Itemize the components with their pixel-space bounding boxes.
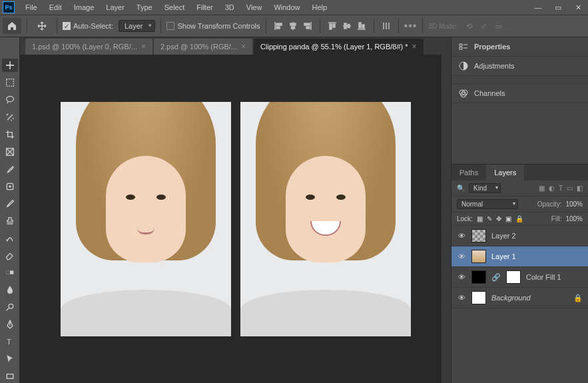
lock-artboard-icon[interactable]: ▣ (505, 215, 511, 222)
filter-smart-icon[interactable]: ◧ (577, 185, 583, 192)
menu-help[interactable]: Help (307, 1, 333, 13)
3d-orbit-icon[interactable]: ⟲ (463, 19, 476, 33)
marquee-tool[interactable] (2, 76, 18, 89)
layer-thumbnail (471, 250, 486, 263)
canvas[interactable] (20, 55, 451, 383)
show-transform-checkbox[interactable]: Show Transform Controls (166, 22, 260, 30)
paths-tab[interactable]: Paths (451, 165, 486, 181)
menu-3d[interactable]: 3D (220, 1, 240, 13)
path-selection-tool[interactable] (2, 352, 18, 366)
stamp-tool[interactable] (2, 214, 18, 228)
filter-type-icon[interactable]: T (559, 185, 563, 192)
visibility-toggle[interactable]: 👁 (457, 232, 466, 240)
pen-tool[interactable] (2, 318, 18, 331)
rectangle-tool[interactable] (2, 370, 18, 383)
brush-tool[interactable] (2, 197, 18, 210)
3d-pan-icon[interactable]: ⤢ (477, 19, 491, 33)
close-icon[interactable]: × (141, 42, 146, 51)
layer-row[interactable]: 👁 Layer 2 (451, 226, 588, 246)
move-tool-indicator[interactable] (33, 18, 51, 34)
align-center-v-icon[interactable] (340, 19, 354, 33)
svg-rect-4 (290, 23, 296, 25)
align-right-icon[interactable] (301, 19, 314, 33)
3d-mode-tools: ⟲ ⤢ ▭ (463, 19, 505, 33)
opacity-value[interactable]: 100% (565, 200, 583, 208)
svg-rect-1 (276, 23, 282, 25)
lock-brush-icon[interactable]: ✎ (487, 215, 492, 222)
layers-tab[interactable]: Layers (486, 165, 524, 181)
canvas-image-right (240, 102, 411, 336)
healing-brush-tool[interactable] (2, 180, 18, 193)
close-icon[interactable]: × (412, 42, 417, 51)
blend-opacity-row: Normal Opacity: 100% (451, 196, 588, 212)
channels-panel-tab[interactable]: Channels (451, 84, 588, 103)
menu-image[interactable]: Image (69, 1, 100, 13)
home-button[interactable] (3, 18, 21, 34)
lock-all-icon[interactable]: 🔒 (515, 215, 523, 222)
lasso-tool[interactable] (2, 93, 18, 107)
maximize-button[interactable]: ▭ (548, 0, 568, 15)
menu-type[interactable]: Type (131, 1, 158, 13)
more-options-icon[interactable]: ••• (404, 20, 418, 32)
align-top-icon[interactable] (326, 19, 339, 33)
close-icon[interactable]: × (241, 42, 246, 51)
minimize-button[interactable]: ― (528, 0, 548, 15)
align-horizontal-group (272, 19, 314, 33)
menu-select[interactable]: Select (159, 1, 190, 13)
align-left-icon[interactable] (272, 19, 285, 33)
svg-rect-14 (348, 25, 350, 28)
adjustments-panel-tab[interactable]: Adjustments (451, 57, 588, 76)
lock-transparent-icon[interactable]: ▦ (477, 215, 483, 222)
document-tab[interactable]: 2.psd @ 100% (RGB/...× (154, 39, 252, 55)
menu-window[interactable]: Window (268, 1, 305, 13)
blend-mode-dropdown[interactable]: Normal (457, 199, 518, 209)
visibility-toggle[interactable]: 👁 (457, 294, 466, 302)
auto-select-target-dropdown[interactable]: Layer (119, 20, 156, 32)
document-tab[interactable]: Clipping panda @ 55.1% (Layer 1, RGB/8#)… (254, 39, 424, 55)
menu-view[interactable]: View (241, 1, 268, 13)
kind-filter-dropdown[interactable]: Kind (469, 183, 501, 193)
crop-tool[interactable] (2, 128, 18, 141)
frame-tool[interactable] (2, 145, 18, 159)
blur-tool[interactable] (2, 283, 18, 296)
menu-filter[interactable]: Filter (191, 1, 218, 13)
menu-layer[interactable]: Layer (101, 1, 130, 13)
svg-rect-21 (6, 79, 13, 87)
layer-name: Background (491, 294, 531, 302)
menu-file[interactable]: File (20, 1, 43, 13)
svg-rect-26 (6, 271, 9, 274)
properties-panel-tab[interactable]: Properties (451, 37, 588, 57)
auto-select-checkbox[interactable]: ✓ Auto-Select: (63, 22, 113, 30)
lock-position-icon[interactable]: ✥ (496, 215, 501, 222)
gradient-tool[interactable] (2, 266, 18, 279)
divider (398, 19, 399, 33)
svg-rect-29 (7, 374, 13, 379)
dodge-tool[interactable] (2, 300, 18, 314)
visibility-toggle[interactable]: 👁 (457, 273, 466, 281)
svg-rect-30 (459, 44, 462, 46)
fill-value[interactable]: 100% (565, 215, 583, 222)
magic-wand-tool[interactable] (2, 111, 18, 124)
visibility-toggle[interactable]: 👁 (457, 252, 466, 260)
filter-adjustment-icon[interactable]: ◐ (549, 185, 555, 192)
document-tabs: 1.psd @ 100% (Layer 0, RGB/...× 2.psd @ … (20, 37, 451, 55)
align-center-h-icon[interactable] (286, 19, 300, 33)
eyedropper-tool[interactable] (2, 163, 18, 176)
layer-row[interactable]: 👁 Layer 1 (451, 246, 588, 267)
layer-row[interactable]: 👁 Background 🔒 (451, 288, 588, 308)
filter-pixel-icon[interactable]: ▦ (539, 185, 545, 192)
close-button[interactable]: ✕ (568, 0, 588, 15)
layer-thumbnail (471, 229, 486, 242)
menu-edit[interactable]: Edit (44, 1, 67, 13)
distribute-icon[interactable] (380, 19, 393, 33)
document-tab[interactable]: 1.psd @ 100% (Layer 0, RGB/...× (25, 39, 152, 55)
history-brush-tool[interactable] (2, 232, 18, 245)
3d-slide-icon[interactable]: ▭ (492, 19, 505, 33)
filter-shape-icon[interactable]: ▭ (567, 185, 573, 192)
eraser-tool[interactable] (2, 248, 18, 262)
layer-row[interactable]: 👁 🔗 Color Fill 1 (451, 267, 588, 288)
titlebar: Ps File Edit Image Layer Type Select Fil… (0, 0, 588, 15)
align-bottom-icon[interactable] (355, 19, 368, 33)
move-tool[interactable] (2, 59, 18, 72)
type-tool[interactable]: T (2, 335, 18, 348)
